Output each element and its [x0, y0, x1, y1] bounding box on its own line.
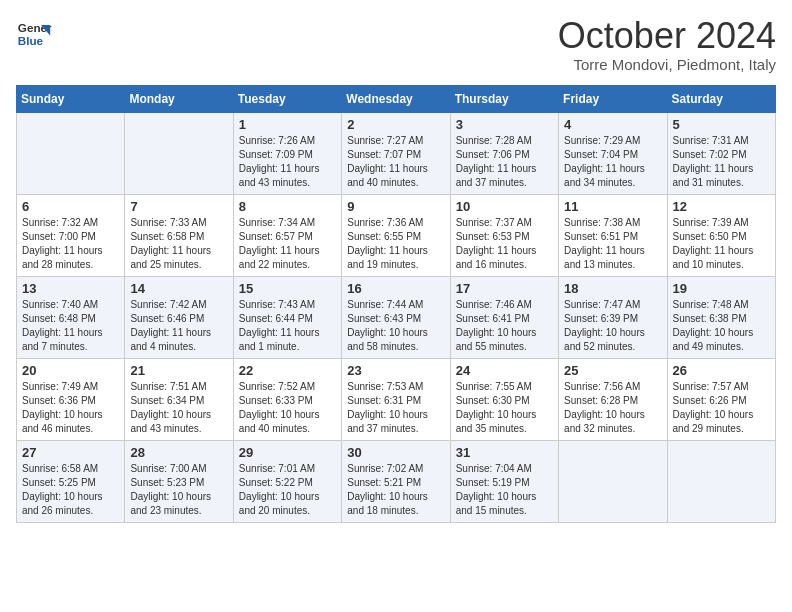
day-info: Sunrise: 7:34 AMSunset: 6:57 PMDaylight:… — [239, 216, 336, 272]
day-cell: 19Sunrise: 7:48 AMSunset: 6:38 PMDayligh… — [667, 276, 775, 358]
day-cell: 23Sunrise: 7:53 AMSunset: 6:31 PMDayligh… — [342, 358, 450, 440]
day-cell: 12Sunrise: 7:39 AMSunset: 6:50 PMDayligh… — [667, 194, 775, 276]
header-cell-friday: Friday — [559, 85, 667, 112]
header-cell-thursday: Thursday — [450, 85, 558, 112]
header-cell-wednesday: Wednesday — [342, 85, 450, 112]
day-number: 8 — [239, 199, 336, 214]
day-cell: 4Sunrise: 7:29 AMSunset: 7:04 PMDaylight… — [559, 112, 667, 194]
day-number: 24 — [456, 363, 553, 378]
day-cell: 27Sunrise: 6:58 AMSunset: 5:25 PMDayligh… — [17, 440, 125, 522]
day-number: 9 — [347, 199, 444, 214]
day-cell: 31Sunrise: 7:04 AMSunset: 5:19 PMDayligh… — [450, 440, 558, 522]
page-header: General Blue October 2024 Torre Mondovi,… — [16, 16, 776, 73]
day-info: Sunrise: 7:38 AMSunset: 6:51 PMDaylight:… — [564, 216, 661, 272]
day-info: Sunrise: 7:00 AMSunset: 5:23 PMDaylight:… — [130, 462, 227, 518]
day-cell — [559, 440, 667, 522]
week-row-4: 20Sunrise: 7:49 AMSunset: 6:36 PMDayligh… — [17, 358, 776, 440]
day-info: Sunrise: 7:48 AMSunset: 6:38 PMDaylight:… — [673, 298, 770, 354]
day-cell: 1Sunrise: 7:26 AMSunset: 7:09 PMDaylight… — [233, 112, 341, 194]
day-number: 15 — [239, 281, 336, 296]
day-cell: 3Sunrise: 7:28 AMSunset: 7:06 PMDaylight… — [450, 112, 558, 194]
day-cell: 16Sunrise: 7:44 AMSunset: 6:43 PMDayligh… — [342, 276, 450, 358]
day-number: 26 — [673, 363, 770, 378]
day-number: 16 — [347, 281, 444, 296]
day-cell: 24Sunrise: 7:55 AMSunset: 6:30 PMDayligh… — [450, 358, 558, 440]
day-number: 11 — [564, 199, 661, 214]
day-number: 5 — [673, 117, 770, 132]
day-cell: 29Sunrise: 7:01 AMSunset: 5:22 PMDayligh… — [233, 440, 341, 522]
day-number: 21 — [130, 363, 227, 378]
day-info: Sunrise: 7:01 AMSunset: 5:22 PMDaylight:… — [239, 462, 336, 518]
day-info: Sunrise: 7:40 AMSunset: 6:48 PMDaylight:… — [22, 298, 119, 354]
day-number: 7 — [130, 199, 227, 214]
day-number: 25 — [564, 363, 661, 378]
day-info: Sunrise: 7:46 AMSunset: 6:41 PMDaylight:… — [456, 298, 553, 354]
day-cell: 7Sunrise: 7:33 AMSunset: 6:58 PMDaylight… — [125, 194, 233, 276]
day-cell: 9Sunrise: 7:36 AMSunset: 6:55 PMDaylight… — [342, 194, 450, 276]
day-number: 28 — [130, 445, 227, 460]
day-cell: 15Sunrise: 7:43 AMSunset: 6:44 PMDayligh… — [233, 276, 341, 358]
header-cell-saturday: Saturday — [667, 85, 775, 112]
week-row-5: 27Sunrise: 6:58 AMSunset: 5:25 PMDayligh… — [17, 440, 776, 522]
day-info: Sunrise: 7:44 AMSunset: 6:43 PMDaylight:… — [347, 298, 444, 354]
day-cell: 25Sunrise: 7:56 AMSunset: 6:28 PMDayligh… — [559, 358, 667, 440]
day-number: 22 — [239, 363, 336, 378]
day-number: 3 — [456, 117, 553, 132]
day-number: 29 — [239, 445, 336, 460]
calendar-subtitle: Torre Mondovi, Piedmont, Italy — [558, 56, 776, 73]
day-cell: 2Sunrise: 7:27 AMSunset: 7:07 PMDaylight… — [342, 112, 450, 194]
week-row-1: 1Sunrise: 7:26 AMSunset: 7:09 PMDaylight… — [17, 112, 776, 194]
day-info: Sunrise: 7:51 AMSunset: 6:34 PMDaylight:… — [130, 380, 227, 436]
day-cell: 28Sunrise: 7:00 AMSunset: 5:23 PMDayligh… — [125, 440, 233, 522]
title-block: October 2024 Torre Mondovi, Piedmont, It… — [558, 16, 776, 73]
day-cell: 18Sunrise: 7:47 AMSunset: 6:39 PMDayligh… — [559, 276, 667, 358]
week-row-3: 13Sunrise: 7:40 AMSunset: 6:48 PMDayligh… — [17, 276, 776, 358]
day-info: Sunrise: 7:29 AMSunset: 7:04 PMDaylight:… — [564, 134, 661, 190]
header-row: SundayMondayTuesdayWednesdayThursdayFrid… — [17, 85, 776, 112]
day-info: Sunrise: 7:02 AMSunset: 5:21 PMDaylight:… — [347, 462, 444, 518]
day-info: Sunrise: 7:37 AMSunset: 6:53 PMDaylight:… — [456, 216, 553, 272]
calendar-table: SundayMondayTuesdayWednesdayThursdayFrid… — [16, 85, 776, 523]
svg-text:Blue: Blue — [18, 34, 44, 47]
day-number: 19 — [673, 281, 770, 296]
day-cell: 17Sunrise: 7:46 AMSunset: 6:41 PMDayligh… — [450, 276, 558, 358]
day-cell: 20Sunrise: 7:49 AMSunset: 6:36 PMDayligh… — [17, 358, 125, 440]
day-cell: 22Sunrise: 7:52 AMSunset: 6:33 PMDayligh… — [233, 358, 341, 440]
day-number: 4 — [564, 117, 661, 132]
header-cell-monday: Monday — [125, 85, 233, 112]
day-cell: 30Sunrise: 7:02 AMSunset: 5:21 PMDayligh… — [342, 440, 450, 522]
day-number: 20 — [22, 363, 119, 378]
day-info: Sunrise: 6:58 AMSunset: 5:25 PMDaylight:… — [22, 462, 119, 518]
day-info: Sunrise: 7:43 AMSunset: 6:44 PMDaylight:… — [239, 298, 336, 354]
day-number: 13 — [22, 281, 119, 296]
day-info: Sunrise: 7:53 AMSunset: 6:31 PMDaylight:… — [347, 380, 444, 436]
day-number: 12 — [673, 199, 770, 214]
day-info: Sunrise: 7:33 AMSunset: 6:58 PMDaylight:… — [130, 216, 227, 272]
logo: General Blue — [16, 16, 52, 52]
day-cell: 5Sunrise: 7:31 AMSunset: 7:02 PMDaylight… — [667, 112, 775, 194]
calendar-title: October 2024 — [558, 16, 776, 56]
day-number: 17 — [456, 281, 553, 296]
day-cell: 21Sunrise: 7:51 AMSunset: 6:34 PMDayligh… — [125, 358, 233, 440]
day-info: Sunrise: 7:32 AMSunset: 7:00 PMDaylight:… — [22, 216, 119, 272]
day-info: Sunrise: 7:47 AMSunset: 6:39 PMDaylight:… — [564, 298, 661, 354]
day-number: 6 — [22, 199, 119, 214]
day-cell: 10Sunrise: 7:37 AMSunset: 6:53 PMDayligh… — [450, 194, 558, 276]
day-info: Sunrise: 7:36 AMSunset: 6:55 PMDaylight:… — [347, 216, 444, 272]
day-cell — [667, 440, 775, 522]
day-info: Sunrise: 7:52 AMSunset: 6:33 PMDaylight:… — [239, 380, 336, 436]
day-cell: 6Sunrise: 7:32 AMSunset: 7:00 PMDaylight… — [17, 194, 125, 276]
header-cell-tuesday: Tuesday — [233, 85, 341, 112]
day-number: 30 — [347, 445, 444, 460]
day-info: Sunrise: 7:39 AMSunset: 6:50 PMDaylight:… — [673, 216, 770, 272]
day-number: 23 — [347, 363, 444, 378]
logo-icon: General Blue — [16, 16, 52, 52]
day-number: 1 — [239, 117, 336, 132]
day-cell: 8Sunrise: 7:34 AMSunset: 6:57 PMDaylight… — [233, 194, 341, 276]
day-number: 14 — [130, 281, 227, 296]
day-cell: 13Sunrise: 7:40 AMSunset: 6:48 PMDayligh… — [17, 276, 125, 358]
day-info: Sunrise: 7:27 AMSunset: 7:07 PMDaylight:… — [347, 134, 444, 190]
day-info: Sunrise: 7:04 AMSunset: 5:19 PMDaylight:… — [456, 462, 553, 518]
day-info: Sunrise: 7:42 AMSunset: 6:46 PMDaylight:… — [130, 298, 227, 354]
day-cell — [125, 112, 233, 194]
